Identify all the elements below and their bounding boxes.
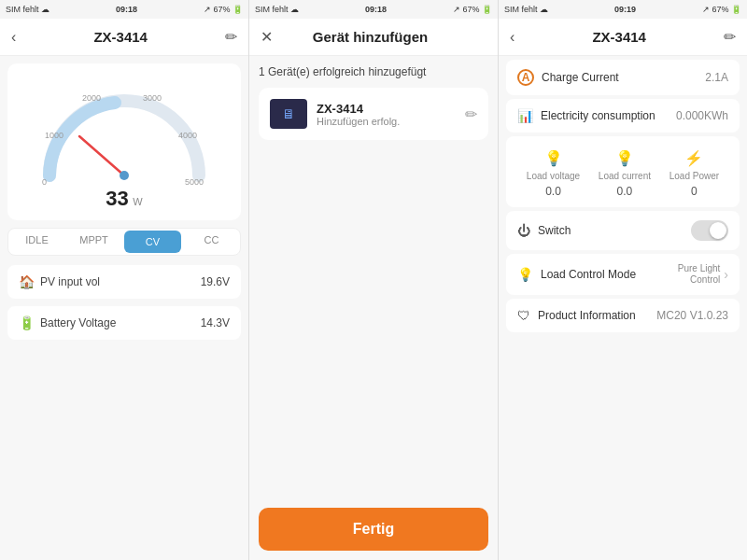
- load-control-chevron: ›: [724, 267, 728, 282]
- status-right-3: ↗ 67% 🔋: [702, 5, 741, 14]
- svg-text:5000: 5000: [185, 177, 204, 185]
- load-control-left: 💡 Load Control Mode: [517, 267, 636, 282]
- battery-icon: 🔋: [19, 315, 35, 330]
- svg-text:3000: 3000: [143, 93, 162, 103]
- load-section: 💡 Load voltage 0.0 💡 Load current 0.0 ⚡ …: [506, 136, 740, 207]
- load-grid: 💡 Load voltage 0.0 💡 Load current 0.0 ⚡ …: [517, 149, 728, 198]
- load-voltage-item: 💡 Load voltage 0.0: [527, 149, 580, 198]
- electricity-row: 📊 Electricity consumption 0.000KWh: [506, 99, 740, 133]
- panel3-title: ZX-3414: [514, 29, 724, 45]
- device-item: 🖥 ZX-3414 Hinzufügen erfolg. ✏: [259, 88, 488, 140]
- switch-power-icon: ⏻: [517, 223, 530, 238]
- electricity-label: Electricity consumption: [541, 109, 655, 122]
- status-time-3: 09:19: [614, 5, 636, 14]
- load-current-label: Load current: [599, 171, 651, 181]
- gauge-number: 33: [106, 187, 128, 210]
- status-right-2: ↗ 67% 🔋: [453, 5, 492, 14]
- load-control-row[interactable]: 💡 Load Control Mode Pure Light Control ›: [506, 254, 740, 295]
- load-current-value: 0.0: [617, 185, 633, 198]
- status-segment-2: SIM fehlt ☁ 09:18 ↗ 67% 🔋: [249, 0, 499, 19]
- device-info: ZX-3414 Hinzufügen erfolg.: [317, 102, 456, 127]
- switch-row: ⏻ Switch: [506, 211, 740, 250]
- pv-input-value: 19.6V: [201, 275, 230, 288]
- panels-container: ‹ ZX-3414 ✏ 0 5000 1000: [0, 19, 747, 560]
- charge-current-label: Charge Current: [542, 71, 619, 84]
- mode-tab-mppt[interactable]: MPPT: [65, 229, 122, 255]
- charge-current-row: A Charge Current 2.1A: [506, 60, 740, 95]
- fertig-button[interactable]: Fertig: [259, 508, 488, 551]
- panel-device: ‹ ZX-3414 ✏ 0 5000 1000: [0, 19, 249, 560]
- switch-label: Switch: [538, 224, 571, 237]
- svg-text:0: 0: [42, 177, 47, 185]
- edit-icon-p1[interactable]: ✏: [225, 28, 237, 46]
- switch-left: ⏻ Switch: [517, 223, 571, 238]
- success-message: 1 Gerät(e) erfolgreich hinzugefügt: [259, 65, 488, 78]
- battery-value: 14.3V: [201, 316, 230, 329]
- svg-line-7: [79, 136, 124, 175]
- gauge-container: 0 5000 1000 2000 3000 4000: [31, 73, 218, 185]
- charge-current-icon: A: [517, 69, 534, 86]
- edit-icon-p3[interactable]: ✏: [724, 28, 736, 46]
- svg-text:1000: 1000: [45, 131, 63, 140]
- load-current-icon: 💡: [615, 149, 634, 167]
- panel2-header: ✕ Gerät hinzufügen: [249, 19, 498, 56]
- electricity-left: 📊 Electricity consumption: [517, 108, 655, 123]
- pv-input-label: 🏠 PV input vol: [19, 274, 100, 289]
- gauge-unit: W: [133, 196, 142, 207]
- load-voltage-label: Load voltage: [527, 171, 580, 181]
- load-control-right: Pure Light Control ›: [645, 263, 728, 286]
- status-segment-1: SIM fehlt ☁ 09:18 ↗ 67% 🔋: [0, 0, 249, 19]
- device-screen-icon: 🖥: [282, 106, 295, 121]
- svg-text:2000: 2000: [82, 93, 101, 103]
- status-bar: SIM fehlt ☁ 09:18 ↗ 67% 🔋 SIM fehlt ☁ 09…: [0, 0, 747, 19]
- svg-text:4000: 4000: [178, 131, 197, 140]
- device-name: ZX-3414: [317, 102, 456, 116]
- electricity-icon: 📊: [517, 108, 533, 123]
- electricity-value: 0.000KWh: [676, 109, 728, 122]
- gauge-value: 33 W: [106, 187, 142, 211]
- load-power-value: 0: [691, 185, 698, 198]
- status-time-2: 09:18: [365, 5, 387, 14]
- load-control-label: Load Control Mode: [541, 268, 636, 281]
- mode-tab-cv[interactable]: CV: [124, 231, 181, 253]
- product-info-row: 🛡 Product Information MC20 V1.0.23: [506, 299, 740, 332]
- panel1-title: ZX-3414: [16, 29, 225, 45]
- toggle-knob: [710, 222, 726, 239]
- device-sub: Hinzufügen erfolg.: [317, 116, 456, 127]
- product-info-icon: 🛡: [517, 308, 530, 323]
- close-icon-p2[interactable]: ✕: [261, 28, 273, 46]
- svg-point-8: [120, 171, 129, 180]
- gauge-svg: 0 5000 1000 2000 3000 4000: [31, 73, 218, 185]
- detail-body: A Charge Current 2.1A 📊 Electricity cons…: [499, 56, 747, 560]
- product-info-value: MC20 V1.0.23: [656, 309, 728, 322]
- load-control-value: Pure Light Control: [645, 263, 720, 286]
- panel-add-device: ✕ Gerät hinzufügen 1 Gerät(e) erfolgreic…: [249, 19, 499, 560]
- panel-detail: ‹ ZX-3414 ✏ A Charge Current 2.1A 📊 Elec…: [499, 19, 747, 560]
- panel2-body: 1 Gerät(e) erfolgreich hinzugefügt 🖥 ZX-…: [249, 56, 498, 498]
- panel1-header: ‹ ZX-3414 ✏: [0, 19, 248, 56]
- battery-voltage-card: 🔋 Battery Voltage 14.3V: [7, 306, 241, 340]
- charge-current-value: 2.1A: [705, 71, 728, 84]
- mode-tab-cc[interactable]: CC: [183, 229, 240, 255]
- panel3-header: ‹ ZX-3414 ✏: [499, 19, 747, 56]
- load-current-item: 💡 Load current 0.0: [599, 149, 651, 198]
- pv-icon: 🏠: [19, 274, 35, 289]
- device-edit-icon[interactable]: ✏: [465, 105, 477, 123]
- load-power-icon: ⚡: [684, 149, 703, 167]
- load-voltage-value: 0.0: [545, 185, 561, 198]
- status-time-1: 09:18: [116, 5, 137, 14]
- panel2-title: Gerät hinzufügen: [273, 29, 468, 45]
- status-right-1: ↗ 67% 🔋: [204, 5, 243, 14]
- mode-tab-idle[interactable]: IDLE: [8, 229, 65, 255]
- device-icon-box: 🖥: [270, 99, 307, 129]
- status-left-3: SIM fehlt ☁: [504, 5, 548, 14]
- status-left-1: SIM fehlt ☁: [6, 5, 49, 14]
- load-power-label: Load Power: [669, 171, 719, 181]
- load-control-icon: 💡: [517, 267, 533, 282]
- product-info-label: Product Information: [538, 309, 636, 322]
- status-left-2: SIM fehlt ☁: [255, 5, 299, 14]
- status-segment-3: SIM fehlt ☁ 09:19 ↗ 67% 🔋: [499, 0, 747, 19]
- switch-toggle[interactable]: [691, 220, 728, 241]
- gauge-section: 0 5000 1000 2000 3000 4000 33 W: [7, 63, 241, 220]
- battery-label: 🔋 Battery Voltage: [19, 315, 116, 330]
